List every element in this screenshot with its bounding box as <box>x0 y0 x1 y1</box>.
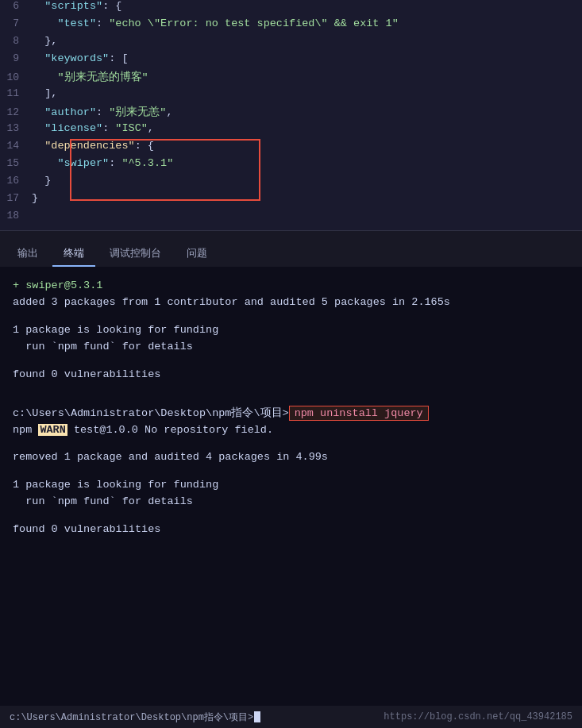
line-number: 15 <box>0 157 32 169</box>
line-content: "author": "别来无恙", <box>32 105 173 119</box>
terminal-path: c:\Users\Administrator\Desktop\npm指令\项目> <box>13 407 289 419</box>
terminal-cursor <box>254 711 260 722</box>
tab-debug[interactable]: 调试控制台 <box>98 240 172 267</box>
code-line-11: 11 ], <box>0 87 582 105</box>
line-content: "swiper": "^5.3.1" <box>32 157 173 169</box>
line-number: 12 <box>0 106 32 118</box>
line-content: "别来无恙的博客" <box>32 70 148 84</box>
code-line-13: 13 "license": "ISC", <box>0 122 582 140</box>
code-line-16: 16 } <box>0 175 582 192</box>
line-content: "keywords": [ <box>32 52 129 64</box>
terminal-line: 1 package is looking for funding <box>13 477 569 494</box>
code-line-10: 10 "别来无恙的博客" <box>0 70 582 87</box>
line-number: 7 <box>0 17 32 29</box>
code-editor: 6 "scripts": { 7 "test": "echo \"Error: … <box>0 0 582 230</box>
code-line-7: 7 "test": "echo \"Error: no test specifi… <box>0 17 582 35</box>
terminal-cmd-line: c:\Users\Administrator\Desktop\npm指令\项目>… <box>13 406 569 422</box>
tab-terminal[interactable]: 终端 <box>52 240 95 267</box>
line-number: 13 <box>0 122 32 134</box>
line-content: "license": "ISC", <box>32 122 154 134</box>
terminal-line-empty <box>13 438 569 449</box>
terminal-line: found 0 vulnerabilities <box>13 522 569 538</box>
terminal-line: added 3 packages from 1 contributor and … <box>13 295 569 311</box>
terminal-line-empty <box>13 510 569 522</box>
line-content: } <box>32 192 38 204</box>
line-number: 14 <box>0 140 32 152</box>
terminal-warn-line: npm WARN test@1.0.0 No repository field. <box>13 422 569 439</box>
warn-badge: WARN <box>38 424 67 436</box>
footer-url: https://blog.csdn.net/qq_43942185 <box>384 711 572 722</box>
terminal-line-empty <box>13 311 569 322</box>
code-line-14: 14 "dependencies": { <box>0 140 582 157</box>
code-line-12: 12 "author": "别来无恙", <box>0 105 582 122</box>
line-content: "dependencies": { <box>32 140 154 152</box>
terminal-command-highlight: npm uninstall jquery <box>289 406 429 421</box>
terminal-line: + swiper@5.3.1 <box>13 278 569 295</box>
line-number: 11 <box>0 87 32 99</box>
line-number: 8 <box>0 35 32 47</box>
code-line-15: 15 "swiper": "^5.3.1" <box>0 157 582 175</box>
tab-output[interactable]: 输出 <box>6 240 49 267</box>
terminal-line: 1 package is looking for funding <box>13 322 569 339</box>
footer-path: c:\Users\Administrator\Desktop\npm指令\项目> <box>10 711 260 724</box>
terminal-panel[interactable]: + swiper@5.3.1 added 3 packages from 1 c… <box>0 267 582 728</box>
terminal-line: run `npm fund` for details <box>13 494 569 510</box>
line-number: 18 <box>0 210 32 221</box>
line-content: "test": "echo \"Error: no test specified… <box>32 17 399 29</box>
terminal-line: found 0 vulnerabilities <box>13 367 569 383</box>
code-line-6: 6 "scripts": { <box>0 0 582 17</box>
line-number: 10 <box>0 71 32 83</box>
line-number: 9 <box>0 52 32 64</box>
code-line-8: 8 }, <box>0 35 582 52</box>
terminal-line: run `npm fund` for details <box>13 339 569 356</box>
terminal-line-empty <box>13 383 569 395</box>
tab-problems[interactable]: 问题 <box>175 240 218 267</box>
line-content: "scripts": { <box>32 0 121 12</box>
line-number: 6 <box>0 0 32 12</box>
terminal-line-empty <box>13 549 569 560</box>
terminal-footer: c:\Users\Administrator\Desktop\npm指令\项目>… <box>0 706 582 728</box>
line-content: ], <box>32 87 57 99</box>
line-content: } <box>32 175 51 187</box>
terminal-line-empty <box>13 395 569 406</box>
code-line-17: 17 } <box>0 192 582 210</box>
tab-bar: 输出 终端 调试控制台 问题 <box>0 230 582 267</box>
terminal-line-empty <box>13 356 569 367</box>
code-line-18: 18 <box>0 210 582 227</box>
terminal-line-empty <box>13 538 569 549</box>
line-number: 17 <box>0 192 32 204</box>
line-content: }, <box>32 35 57 47</box>
code-line-9: 9 "keywords": [ <box>0 52 582 70</box>
terminal-line: removed 1 package and audited 4 packages… <box>13 449 569 466</box>
terminal-line-empty <box>13 466 569 477</box>
line-number: 16 <box>0 175 32 187</box>
